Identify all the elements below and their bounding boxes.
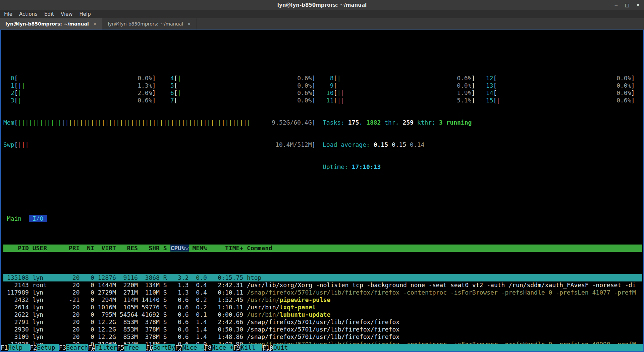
terminal-viewport[interactable]: 0[0.0%]1[||1.3%]2[|2.0%]3[|0.6%] 4[|0.6%… (0, 30, 644, 352)
column-header-user[interactable]: USER (29, 245, 65, 252)
menu-file[interactable]: File (1, 11, 16, 17)
cpu-meter-percent: 0.6% (297, 89, 312, 97)
info-segment: 0.14 (410, 141, 424, 148)
cpu-meter-0: 0[0.0%] (3, 75, 163, 82)
process-row[interactable]: 2930lyn20012.2G853M378MS0.61.40:50.30/sn… (3, 326, 642, 333)
cell-ni: 0 (80, 326, 94, 333)
process-row[interactable]: 2791lyn20012.2G853M378MS0.61.42:42.66/sn… (3, 318, 642, 326)
process-row[interactable]: 2143root2001444M220M134MS1.30.42:42.31/u… (3, 281, 642, 289)
column-header-res[interactable]: RES (116, 245, 138, 252)
uptime: Uptime: 17:10:13 (323, 163, 642, 171)
cell-user: lyn (29, 296, 65, 304)
column-header-cpu[interactable]: CPU%▽ (167, 245, 189, 252)
cell-state: S (160, 311, 167, 318)
column-header-virt[interactable]: VIRT (94, 245, 116, 252)
process-row[interactable]: 2622lyn200795M5456441692S0.60.10:00.69/u… (3, 311, 642, 318)
column-header-mem[interactable]: MEM% (189, 245, 207, 252)
cpu-meter-bar: |0.6% (18, 97, 152, 104)
cpu-meter-label: 5 (163, 82, 174, 89)
cell-virt: 12.2G (94, 326, 116, 333)
menu-edit[interactable]: Edit (41, 11, 57, 17)
cpu-meter-label: 2 (3, 89, 14, 97)
cell-pri: 20 (65, 311, 79, 318)
menu-help[interactable]: Help (76, 11, 94, 17)
cell-command: /usr/bin/lubuntu-update (243, 311, 642, 318)
cell-time: 0:50.30 (207, 326, 243, 333)
fkey-number: F6 (146, 344, 154, 351)
cell-pid: 2791 (3, 318, 29, 326)
cpu-meter-percent: 5.1% (457, 97, 471, 104)
menubar: File Actions Edit View Help (0, 10, 644, 18)
meter-bracket: ] (471, 75, 475, 82)
cell-mem: 0.4 (189, 281, 207, 289)
column-header-time[interactable]: TIME+ (207, 245, 243, 252)
fkey-f1-help[interactable]: F1Help (1, 344, 30, 351)
fkey-f7-nice-[interactable]: F7Nice - (175, 344, 204, 351)
htop-screen-tabs: Main I/O (3, 215, 642, 222)
fkey-label: Nice - (182, 344, 204, 351)
htop-tab-main[interactable]: Main (7, 215, 21, 222)
cpu-meter-bar: ||1.3% (18, 82, 152, 89)
cpu-meter-label: 6 (163, 89, 174, 97)
cpu-meter-percent: 0.0% (297, 97, 312, 104)
column-header-state[interactable]: S (160, 245, 167, 252)
process-row[interactable]: 117989lyn2002729M271M110MS1.30.40:10.11/… (3, 289, 642, 296)
fkey-f6-sortby[interactable]: F6SortBy (146, 344, 175, 351)
meter-bracket: ] (631, 82, 635, 89)
column-header-pri[interactable]: PRI (65, 245, 79, 252)
fkey-f9-kill[interactable]: F9Kill (233, 344, 263, 351)
meter-bracket: ] (152, 75, 156, 82)
column-header-command[interactable]: Command (243, 245, 642, 252)
cell-user: lyn (29, 318, 65, 326)
meter-bracket: [ (334, 82, 337, 89)
cell-pri: 20 (65, 318, 79, 326)
meter-tick: | (18, 82, 21, 89)
cell-cpu: 0.6 (167, 311, 189, 318)
tab-close-icon[interactable]: × (93, 21, 97, 27)
fkey-f5-tree[interactable]: F5Tree (117, 344, 146, 351)
column-header-ni[interactable]: NI (80, 245, 94, 252)
cpu-meter-13: 13[0.0%] (482, 82, 642, 89)
maximize-button[interactable]: □ (625, 2, 629, 8)
process-row[interactable]: 135108lyn2001287691163868R3.20.00:15.75h… (3, 274, 642, 281)
cell-pri: -21 (65, 296, 79, 304)
cell-shr: 3868 (138, 274, 160, 281)
process-row[interactable]: 3109lyn20012.2G853M378MS0.61.41:48.86/sn… (3, 333, 642, 341)
close-button[interactable]: ✕ (636, 2, 640, 8)
cpu-meter-6: 6[|0.6%] (163, 89, 323, 97)
cell-shr: 41692 (138, 311, 160, 318)
fkey-number: F3 (59, 344, 66, 351)
cell-ni: 0 (80, 281, 94, 289)
command-segment: /snap/firefox/5701/usr/lib/firefox/firef… (247, 333, 399, 340)
titlebar[interactable]: lyn@lyn-b850mprors: ~/manual − □ ✕ (0, 0, 644, 10)
cpu-meter-label: 14 (482, 89, 493, 97)
cpu-meter-bar: 0.0% (497, 89, 631, 97)
menu-actions[interactable]: Actions (16, 11, 41, 17)
terminal-tab-inactive[interactable]: lyn@lyn-b850mprors: ~/manual × (102, 18, 197, 30)
process-row[interactable]: 2432lyn-210294M114M14140S0.60.21:52.45/u… (3, 296, 642, 304)
cpu-meter-ticks: | (177, 75, 181, 82)
terminal-tab-active[interactable]: lyn@lyn-b850mprors: ~/manual × (0, 18, 102, 30)
cpu-column-3: 8[|0.6%]9[0.0%]10[||1.9%]11[||5.1%] (323, 75, 482, 104)
htop-tab-io[interactable]: I/O (29, 215, 47, 222)
cpu-meter-label: 11 (323, 97, 334, 104)
process-row[interactable]: 2614lyn2001016M105M59776S0.60.21:10.11/u… (3, 304, 642, 311)
cell-user: lyn (29, 274, 65, 281)
column-header-pid[interactable]: PID (3, 245, 29, 252)
menu-view[interactable]: View (57, 11, 76, 17)
column-header-shr[interactable]: SHR (138, 245, 160, 252)
tab-close-icon[interactable]: × (187, 21, 191, 27)
cell-mem: 1.4 (189, 333, 207, 341)
fkey-f2-setup[interactable]: F2Setup (30, 344, 59, 351)
fkey-f8-nice-[interactable]: F8Nice + (204, 344, 233, 351)
cell-virt: 2729M (94, 289, 116, 296)
cpu-meter-label: 13 (482, 82, 493, 89)
fkey-f4-filter[interactable]: F4Filter (88, 344, 117, 351)
cell-time: 1:52.45 (207, 296, 243, 304)
minimize-button[interactable]: − (614, 2, 618, 8)
cpu-meter-ticks: | (18, 97, 21, 104)
fkey-f3-search[interactable]: F3Search (59, 344, 88, 351)
cpu-meter-4: 4[|0.6%] (163, 75, 323, 82)
cell-virt: 1016M (94, 304, 116, 311)
fkey-f10-quit[interactable]: F10Quit (262, 344, 295, 351)
